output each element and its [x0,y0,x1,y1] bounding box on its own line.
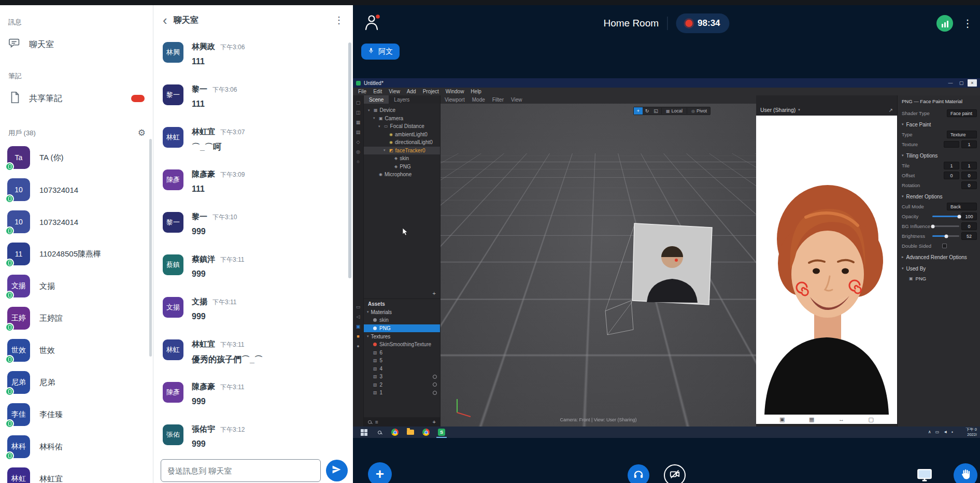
talking-indicator[interactable]: 阿文 [361,44,400,60]
move-tool-icon: + [634,107,643,115]
signal-bar [942,24,943,27]
message-time: 下午3:07 [220,129,245,136]
notes-notification-badge [131,95,145,102]
user-row[interactable]: 世效 世效 [0,334,153,366]
group-label: Materials [371,309,392,315]
user-name: 王婷誼 [39,314,63,323]
connection-status-icon[interactable] [936,15,953,32]
camera-button[interactable] [664,464,686,483]
send-message-button[interactable] [326,460,348,481]
user-name: TA (你) [39,153,63,163]
message-text: 優秀的孩子們⌒_⌒ [192,354,263,365]
pivot-label: Pivot [697,108,707,113]
image-icon: ▧ [373,374,377,379]
user-avatar: 世效 [7,339,30,362]
document-icon [8,91,22,106]
user-row[interactable]: 10 107324014 [0,174,153,206]
message-author: 林興政 [192,42,215,51]
app-titlebar: Untitled* —▢× [353,78,980,88]
sidebar-item-public-chat[interactable]: 聊天室 [0,30,153,59]
user-row[interactable]: 10 107324014 [0,206,153,238]
message-avatar: 林虹 [163,339,183,360]
recording-indicator[interactable]: 98:34 [676,13,729,33]
user-row[interactable]: 文揚 文揚 [0,270,153,302]
screenshare-button[interactable] [914,465,935,483]
tile-x-input: 1 [944,162,959,169]
chat-message-input[interactable] [161,459,321,482]
message-author: 林虹宜 [192,339,215,348]
texture-label: 5 [380,358,383,363]
used-by-label: PNG [916,276,927,281]
chat-scrollbar[interactable] [348,42,351,278]
brightness-slider [932,235,959,237]
message-time: 下午3:11 [212,299,236,306]
tiling-options-group: ▾Tiling Options [902,150,977,161]
opacity-row: Opacity 100 [902,211,977,221]
tab-layers: Layers [389,95,415,104]
user-row[interactable]: 林科 林科佑 [0,431,153,463]
dock-tool-icon: ▭ [356,305,361,309]
bg-influence-value: 0 [961,222,977,230]
used-by-item: ▣PNG [902,274,977,283]
dock-tool-icon: ● [357,344,359,349]
avatar-initials: 林虹 [166,133,180,142]
user-row[interactable]: 11 110248505陳燕樺 [0,238,153,270]
chat-panel: ‹ 聊天室 ⋮ 林興 林興政下午3:06 111 [153,5,353,483]
message-text: 999 [192,439,245,447]
options-kebab-icon[interactable]: ⋮ [962,17,973,30]
users-count-label: 用戶 (38) [8,129,36,138]
sidebar-item-shared-notes[interactable]: 共享筆記 [0,84,153,113]
user-row[interactable]: 李佳 李佳臻 [0,399,153,431]
mobile-status-badge [5,451,14,460]
chat-back-icon[interactable]: ‹ [163,13,167,27]
texture-row: Texture 1 [902,139,977,149]
system-tray: ∧▭◄▪ [928,430,953,434]
user-row[interactable]: 王婷 王婷誼 [0,302,153,334]
texture-row: ▧4 [364,365,440,373]
start-button [356,427,372,438]
clock-time: 下午 0 [966,427,977,432]
add-content-button[interactable]: + [368,462,392,483]
mobile-status-badge [5,387,14,396]
viewport-status-text: Camera: Front | View: User (Sharing) [441,417,756,422]
raise-hand-button[interactable] [954,463,977,483]
caret-down-icon: ▾ [798,108,800,112]
avatar-initials: 11 [15,250,23,258]
mobile-icon [8,453,11,458]
user-row[interactable]: Ta TA (你) [0,141,153,174]
type-row: Type Texture [902,130,977,139]
users-scrollbar[interactable] [149,139,152,357]
message-body: 文揚下午3:11 999 [192,297,236,335]
message-time: 下午3:09 [220,171,245,178]
raised-hand-icon [959,468,972,482]
microphone-icon: ◉ [379,172,382,177]
chat-input-row [161,459,348,482]
pivot-toggle: ◎Pivot [688,108,710,113]
message-avatar: 蔡鎮 [163,254,183,275]
manage-users-gear-icon[interactable]: ⚙ [138,129,146,137]
group-label: Advanced Render Options [906,254,967,260]
add-asset-icon: + [433,419,436,425]
message-meta: 陳彥豪下午3:11 [192,382,244,392]
talking-user-name: 阿文 [378,47,393,56]
material-icon: ◈ [394,164,397,169]
avatar-initials: 陳彥 [166,388,180,397]
user-row[interactable]: 林虹 林虹宜 [0,463,153,483]
camera-off-icon [669,468,680,482]
chat-options-kebab-icon[interactable]: ⋮ [334,15,344,26]
mobile-icon [8,357,11,362]
device-icon: ▦ [374,108,378,112]
audio-headset-button[interactable] [628,464,649,483]
message-body: 林興政下午3:06 111 [192,42,245,80]
dock-bottom-icons: ▭◁▣■● [356,305,361,349]
taskbar-clock: 下午 0 2022/ [953,427,977,437]
avatar-initials: 林虹 [166,345,180,354]
message-time: 下午3:11 [220,383,244,391]
texture-slot [944,141,959,148]
scale-tool-icon: ◱ [651,107,660,115]
rotate-tool-icon: ↻ [643,107,651,115]
preview-control-icon: ▣ [779,417,785,422]
property-label: Brightness [902,233,930,239]
offset-x-input: 0 [944,172,959,179]
user-row[interactable]: 尼弟 尼弟 [0,366,153,399]
